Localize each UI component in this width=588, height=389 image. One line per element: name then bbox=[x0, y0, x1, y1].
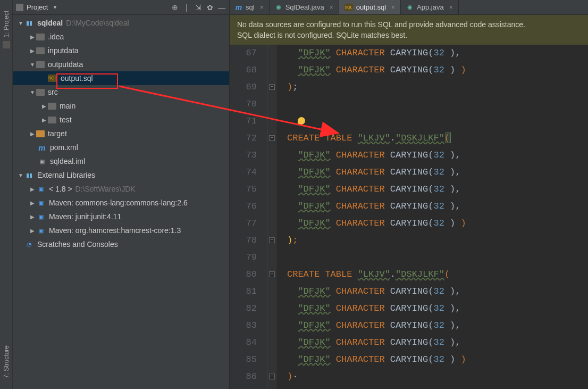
collapse-icon[interactable]: ⇲ bbox=[194, 3, 203, 12]
iml-icon: ▣ bbox=[37, 156, 47, 166]
tree-idea[interactable]: ▶ .idea bbox=[13, 30, 229, 44]
tree-extlib[interactable]: ▼ ▮▮ External Libraries bbox=[13, 168, 229, 182]
scratches-icon: ◔ bbox=[24, 239, 34, 249]
tab-SqlDeal-java[interactable]: ◉SqlDeal.java× bbox=[270, 0, 339, 14]
tree-main[interactable]: ▶ main bbox=[13, 99, 229, 113]
fold-toggle-icon[interactable]: – bbox=[269, 135, 275, 141]
tree-root[interactable]: ▼ ▮▮ sqldeal D:\MyCode\sqldeal bbox=[13, 16, 229, 30]
project-title[interactable]: Project bbox=[27, 3, 48, 11]
tree-iml[interactable]: ▣ sqldeal.iml bbox=[13, 154, 229, 168]
close-icon[interactable]: × bbox=[391, 4, 395, 11]
divider: | bbox=[182, 3, 191, 12]
banner-line-2: SQL dialect is not configured. SQLite ma… bbox=[237, 30, 581, 40]
fold-toggle-icon[interactable]: – bbox=[269, 271, 275, 277]
close-icon[interactable]: × bbox=[330, 4, 333, 11]
fold-toggle-icon[interactable]: – bbox=[269, 237, 275, 243]
folder-icon bbox=[36, 61, 45, 68]
folder-icon bbox=[36, 47, 45, 54]
root-name: sqldeal bbox=[37, 19, 63, 27]
maven-lib-icon: ▣ bbox=[36, 198, 46, 208]
chevron-right-icon[interactable]: ▶ bbox=[29, 48, 36, 54]
chevron-right-icon[interactable]: ▶ bbox=[29, 228, 36, 234]
tab-App-java[interactable]: ◉App.java× bbox=[401, 0, 459, 14]
intention-bulb-icon[interactable] bbox=[298, 117, 305, 125]
tree-mvn3[interactable]: ▶ ▣ Maven: org.hamcrest:hamcrest-core:1.… bbox=[13, 224, 229, 237]
tree-src[interactable]: ▼ src bbox=[13, 85, 229, 99]
project-icon bbox=[16, 4, 23, 11]
maven-lib-icon: ▣ bbox=[36, 212, 46, 221]
close-icon[interactable]: × bbox=[260, 4, 264, 11]
fold-toggle-icon[interactable]: – bbox=[269, 84, 275, 90]
tree-test[interactable]: ▶ test bbox=[13, 113, 229, 127]
tree-mvn1[interactable]: ▶ ▣ Maven: commons-lang:commons-lang:2.6 bbox=[13, 196, 229, 210]
line-gutter: 6768697071727374757677787980818283848586 bbox=[230, 45, 268, 389]
sql-file-icon: SQL bbox=[345, 4, 353, 11]
tree-mvn2[interactable]: ▶ ▣ Maven: junit:junit:4.11 bbox=[13, 210, 229, 224]
stripe-project[interactable]: 1: Project bbox=[3, 11, 10, 38]
folder-icon bbox=[36, 89, 45, 96]
code-editor[interactable]: 6768697071727374757677787980818283848586… bbox=[230, 45, 588, 389]
chevron-down-icon[interactable]: ▼ bbox=[29, 89, 36, 95]
chevron-right-icon[interactable]: ▶ bbox=[29, 131, 36, 137]
libraries-icon: ▮▮ bbox=[24, 170, 34, 180]
chevron-right-icon[interactable]: ▶ bbox=[29, 200, 36, 206]
close-icon[interactable]: × bbox=[449, 4, 453, 11]
project-sidebar: Project ▼ ⊕ | ⇲ ✿ — ▼ ▮▮ sqldeal D:\MyCo… bbox=[13, 0, 230, 389]
chevron-right-icon[interactable]: ▶ bbox=[29, 214, 36, 220]
folder-excluded-icon bbox=[36, 130, 45, 137]
stripe-structure[interactable]: 7: Structure bbox=[3, 345, 10, 378]
tree-inputdata[interactable]: ▶ inputdata bbox=[13, 44, 229, 57]
tab-sql[interactable]: msql× bbox=[230, 0, 270, 14]
tree-target[interactable]: ▶ target bbox=[13, 127, 229, 140]
inspection-banner[interactable]: No data sources are configured to run th… bbox=[230, 15, 588, 45]
folder-icon bbox=[48, 103, 56, 110]
folder-icon bbox=[36, 34, 45, 40]
editor-tabs: msql×◉SqlDeal.java×SQLoutput.sql×◉App.ja… bbox=[230, 0, 588, 15]
stripe-icon bbox=[3, 41, 10, 48]
tool-window-stripe-left: 1: Project 7: Structure bbox=[0, 0, 13, 389]
project-header: Project ▼ ⊕ | ⇲ ✿ — bbox=[13, 0, 229, 15]
editor-area: msql×◉SqlDeal.java×SQLoutput.sql×◉App.ja… bbox=[230, 0, 588, 389]
root-path: D:\MyCode\sqldeal bbox=[66, 19, 129, 27]
folder-icon bbox=[48, 117, 56, 123]
maven-icon: m bbox=[235, 4, 242, 11]
gear-icon[interactable]: ✿ bbox=[206, 3, 214, 12]
chevron-right-icon[interactable]: ▶ bbox=[29, 34, 36, 40]
banner-line-1: No data sources are configured to run th… bbox=[237, 19, 581, 30]
chevron-right-icon[interactable]: ▶ bbox=[40, 117, 48, 123]
tree-outputdata[interactable]: ▼ outputdata bbox=[13, 57, 229, 71]
sql-file-icon: SQL bbox=[48, 75, 57, 82]
tab-output-sql[interactable]: SQLoutput.sql× bbox=[339, 0, 401, 14]
project-tree: ▼ ▮▮ sqldeal D:\MyCode\sqldeal ▶ .idea ▶… bbox=[13, 15, 229, 389]
tree-outputsql[interactable]: SQL output.sql bbox=[13, 71, 229, 85]
tree-scratches[interactable]: ◔ Scratches and Consoles bbox=[13, 237, 229, 251]
chevron-down-icon[interactable]: ▼ bbox=[17, 20, 24, 26]
chevron-down-icon[interactable]: ▼ bbox=[29, 62, 36, 68]
java-class-icon: ◉ bbox=[406, 4, 414, 11]
code-content[interactable]: "DFJK" CHARACTER CARYING(32 ), "DFJK" CH… bbox=[276, 45, 588, 389]
dropdown-icon[interactable]: ▼ bbox=[52, 4, 57, 10]
hide-icon[interactable]: — bbox=[217, 3, 226, 12]
java-class-icon: ◉ bbox=[275, 4, 282, 11]
locate-icon[interactable]: ⊕ bbox=[171, 3, 179, 12]
chevron-down-icon[interactable]: ▼ bbox=[17, 172, 24, 178]
maven-icon: m bbox=[37, 143, 47, 152]
tree-jdk[interactable]: ▶ ▣ < 1.8 > D:\SoftWares\JDK bbox=[13, 182, 229, 196]
fold-column: ––––– bbox=[268, 45, 276, 389]
chevron-right-icon[interactable]: ▶ bbox=[40, 103, 48, 109]
module-icon: ▮▮ bbox=[24, 18, 34, 28]
jdk-icon: ▣ bbox=[36, 184, 46, 194]
maven-lib-icon: ▣ bbox=[36, 226, 46, 235]
chevron-right-icon[interactable]: ▶ bbox=[29, 186, 36, 192]
banner-sqlite-link[interactable]: SQLite bbox=[336, 31, 359, 39]
fold-toggle-icon[interactable]: – bbox=[269, 374, 275, 379]
tree-pom[interactable]: m pom.xml bbox=[13, 140, 229, 154]
